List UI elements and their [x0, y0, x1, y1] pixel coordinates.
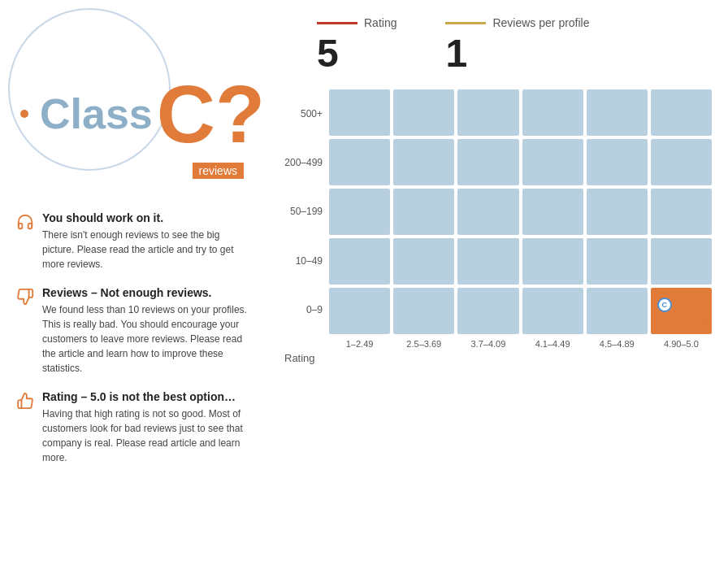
x-label-1: 2.5–3.69 — [393, 339, 454, 349]
cell-0-4 — [587, 89, 648, 136]
cell-2-2 — [457, 189, 518, 235]
headset-icon — [16, 213, 34, 231]
x-labels: 1–2.49 2.5–3.69 3.7–4.09 4.1–4.49 4.5–4.… — [329, 339, 712, 349]
x-label-4: 4.5–4.89 — [587, 339, 648, 349]
info-list: You should work on it. There isn't enoug… — [16, 211, 252, 465]
grid-cells: C C? — [329, 89, 712, 334]
info-title-work-on-it: You should work on it. — [42, 211, 252, 224]
info-content-not-enough: Reviews – Not enough reviews. We found l… — [42, 286, 252, 376]
reviews-per-profile-label: Reviews per profile — [445, 16, 589, 29]
x-label-2: 3.7–4.09 — [457, 339, 518, 349]
y-label-10: 10–49 — [276, 237, 323, 284]
reviews-per-profile-metric: Reviews per profile 1 — [445, 16, 589, 73]
cell-3-2 — [457, 238, 518, 285]
cell-2-4 — [587, 189, 648, 235]
cell-0-2 — [457, 89, 518, 136]
thumbsdown-icon — [16, 288, 34, 306]
x-axis: 1–2.49 2.5–3.69 3.7–4.09 4.1–4.49 4.5–4.… — [276, 339, 712, 349]
dot-indicator — [20, 110, 28, 118]
cell-1-4 — [587, 139, 648, 185]
reviews-per-profile-label-text: Reviews per profile — [492, 16, 589, 29]
cell-3-0 — [329, 238, 390, 285]
cell-2-1 — [393, 189, 454, 235]
y-label-50: 50–199 — [276, 189, 323, 235]
info-content-work-on-it: You should work on it. There isn't enoug… — [42, 211, 252, 272]
grid-row-4: C C? — [329, 288, 712, 334]
question-mark: ? — [215, 73, 265, 154]
info-item-rating-note: Rating – 5.0 is not the best option… Hav… — [16, 390, 252, 465]
grid-row-0 — [329, 89, 712, 136]
info-title-not-enough: Reviews – Not enough reviews. — [42, 286, 252, 299]
class-header: Class C ? reviews — [20, 24, 252, 203]
x-axis-title: Rating — [276, 352, 712, 364]
info-item-work-on-it: You should work on it. There isn't enoug… — [16, 211, 252, 272]
rating-label-text: Rating — [364, 16, 396, 29]
class-letter: C — [157, 73, 215, 154]
cell-0-0 — [329, 89, 390, 136]
cell-4-0 — [329, 288, 390, 334]
thumbsup-icon — [16, 392, 34, 410]
cell-1-1 — [393, 139, 454, 185]
info-item-not-enough: Reviews – Not enough reviews. We found l… — [16, 286, 252, 376]
x-label-0: 1–2.49 — [329, 339, 390, 349]
grid-row-3 — [329, 238, 712, 285]
cell-0-1 — [393, 89, 454, 136]
metrics-row: Rating 5 Reviews per profile 1 — [276, 16, 712, 73]
x-axis-rating-label: Rating — [276, 352, 315, 364]
class-text: Class — [40, 89, 153, 138]
grid-container: 500+ 200–499 50–199 10–49 0–9 — [276, 89, 712, 334]
reviews-per-profile-value: 1 — [445, 34, 467, 73]
cell-3-4 — [587, 238, 648, 285]
cell-3-5 — [651, 238, 712, 285]
y-label-200: 200–499 — [276, 140, 323, 186]
grid-row-1 — [329, 139, 712, 185]
cell-1-5 — [651, 139, 712, 185]
reviews-per-profile-line — [445, 22, 486, 24]
y-axis: 500+ 200–499 50–199 10–49 0–9 — [276, 89, 329, 334]
cell-0-5 — [651, 89, 712, 136]
highlighted-dot: C — [657, 298, 672, 312]
info-desc-not-enough: We found less than 10 reviews on your pr… — [42, 302, 252, 376]
right-panel: Rating 5 Reviews per profile 1 500+ 200–… — [268, 0, 728, 578]
reviews-tag: reviews — [193, 163, 244, 179]
cell-2-3 — [522, 189, 583, 235]
cell-4-3 — [522, 288, 583, 334]
cell-3-3 — [522, 238, 583, 285]
grid-row-2 — [329, 189, 712, 235]
rating-line — [317, 22, 358, 24]
rating-label: Rating — [317, 16, 396, 29]
left-panel: Class C ? reviews You should work on it.… — [0, 0, 268, 578]
cell-4-5-highlighted: C C? — [651, 288, 712, 334]
cell-3-1 — [393, 238, 454, 285]
cell-1-3 — [522, 139, 583, 185]
cell-overlay-label: C? — [693, 316, 708, 329]
rating-value: 5 — [317, 34, 339, 73]
x-label-3: 4.1–4.49 — [522, 339, 583, 349]
info-desc-rating-note: Having that high rating is not so good. … — [42, 406, 252, 465]
cell-2-5 — [651, 189, 712, 235]
cell-2-0 — [329, 189, 390, 235]
cell-4-1 — [393, 288, 454, 334]
grid-area: 500+ 200–499 50–199 10–49 0–9 — [276, 89, 712, 364]
x-label-5: 4.90–5.0 — [651, 339, 712, 349]
cell-1-2 — [457, 139, 518, 185]
y-label-500: 500+ — [276, 91, 323, 137]
rating-metric: Rating 5 — [317, 16, 396, 73]
cell-1-0 — [329, 139, 390, 185]
y-label-0: 0–9 — [276, 286, 323, 332]
cell-4-4 — [587, 288, 648, 334]
info-desc-work-on-it: There isn't enough reviews to see the bi… — [42, 228, 252, 272]
info-content-rating-note: Rating – 5.0 is not the best option… Hav… — [42, 390, 252, 465]
cell-0-3 — [522, 89, 583, 136]
cell-4-2 — [457, 288, 518, 334]
info-title-rating-note: Rating – 5.0 is not the best option… — [42, 390, 252, 403]
